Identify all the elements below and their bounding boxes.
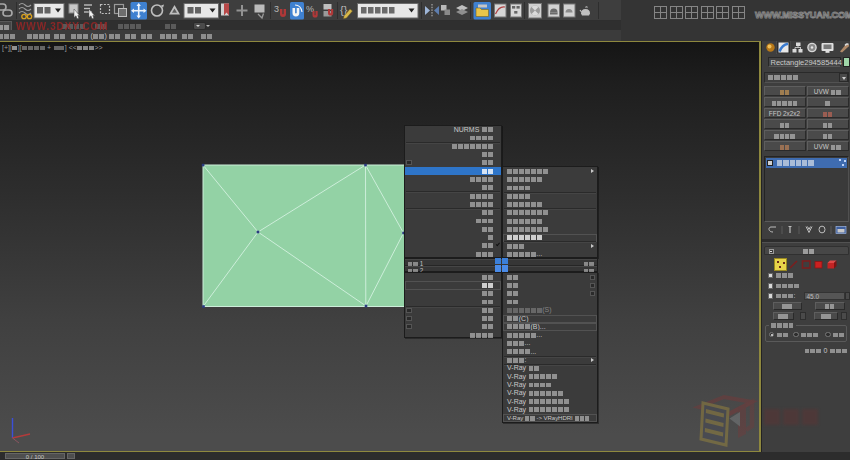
svg-text:3: 3 — [274, 4, 279, 14]
